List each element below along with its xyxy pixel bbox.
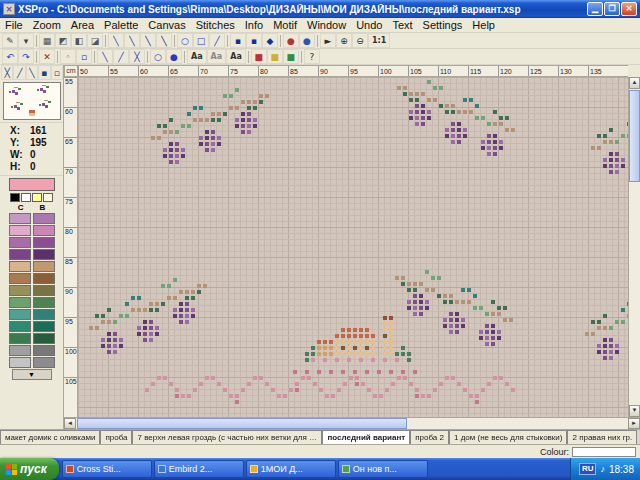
ellipse-outline-icon[interactable]: ○ [150,49,166,64]
palette-swatch[interactable] [9,237,31,248]
taskbar-task-button[interactable]: Cross Sti... [62,460,152,478]
erase-tool-icon[interactable]: ▫ [51,65,63,80]
french-knot-icon[interactable]: ◦ [60,49,76,64]
knot-medium-icon[interactable]: ▪ [246,33,262,48]
palette-swatch[interactable] [33,225,55,236]
palette-swatch[interactable] [33,213,55,224]
menu-window[interactable]: Window [302,19,351,31]
current-colour-swatch[interactable] [9,178,55,191]
diag-line-left-icon[interactable]: ╲ [97,49,113,64]
menu-canvas[interactable]: Canvas [143,19,190,31]
knot-large-icon[interactable]: ◆ [262,33,278,48]
taskbar-task-button[interactable]: 1МОИ Д... [246,460,336,478]
backstitch-medium-icon[interactable]: ╲ [124,33,140,48]
palette-swatch[interactable] [9,261,31,272]
quick-colour-swatch[interactable] [43,193,53,202]
menu-help[interactable]: Help [467,19,500,31]
minimize-button[interactable]: ▁ [587,2,603,16]
rect-tool-icon[interactable]: □ [193,33,209,48]
full-stitch-icon[interactable]: ▦ [39,33,55,48]
backstitch-thick-icon[interactable]: ╲ [140,33,156,48]
quick-colour-swatch[interactable] [32,193,42,202]
palette-swatch[interactable] [33,357,55,368]
palette-swatch[interactable] [9,249,31,260]
sheet-tab[interactable]: 7 верхн левая гроздь (с частью них ветки… [132,430,322,444]
palette-swatch[interactable] [9,297,31,308]
swatch-yellow-icon[interactable]: ■ [267,49,283,64]
scroll-up-icon[interactable]: ▲ [629,77,640,89]
backstitch-bold-icon[interactable]: ╲ [156,33,172,48]
pencil-dropdown-icon[interactable]: ▾ [18,33,34,48]
palette-swatch[interactable] [9,357,31,368]
zoom-out-icon[interactable]: ⊖ [352,33,368,48]
help-icon[interactable]: ? [304,49,320,64]
sheet-tab[interactable]: 2 правая них гр. [567,430,637,444]
palette-swatch[interactable] [9,309,31,320]
palette-swatch[interactable] [33,321,55,332]
menu-motif[interactable]: Motif [268,19,302,31]
maximize-button[interactable]: ❐ [604,2,620,16]
backstitch-thin-icon[interactable]: ╲ [108,33,124,48]
palette-swatch[interactable] [33,297,55,308]
bead-blue-icon[interactable]: ● [299,33,315,48]
line-tool-icon[interactable]: ╱ [209,33,225,48]
close-button[interactable]: ✕ [621,2,637,16]
menu-text[interactable]: Text [387,19,417,31]
redo-icon[interactable]: ↷ [18,49,34,64]
sheet-tab[interactable]: проба 2 [410,430,449,444]
palette-swatch[interactable] [33,345,55,356]
swatch-red-icon[interactable]: ■ [251,49,267,64]
palette-swatch[interactable] [33,273,55,284]
quick-colour-swatch[interactable] [10,193,20,202]
scroll-down-icon[interactable]: ▼ [629,405,640,417]
scroll-right-icon[interactable]: ► [628,418,640,429]
cross-stitch-tool-icon[interactable]: ╳ [1,65,13,80]
ellipse-filled-icon[interactable]: ● [166,49,182,64]
knot-small-icon[interactable]: ▪ [230,33,246,48]
horizontal-scrollbar[interactable]: ◄ ► [64,417,640,429]
bead-red-icon[interactable]: ● [283,33,299,48]
palette-scroll-down-button[interactable]: ▼ [12,369,52,380]
stitch-canvas[interactable] [78,77,628,417]
text-latin-icon[interactable]: Aa [187,49,207,64]
text-small-icon[interactable]: Aa [207,49,227,64]
petite-stitch-icon[interactable]: ▫ [76,49,92,64]
text-cyrillic-icon[interactable]: Аа [226,49,246,64]
design-preview[interactable] [3,82,61,120]
pencil-tool-icon[interactable]: ✎ [2,33,18,48]
menu-zoom[interactable]: Zoom [28,19,66,31]
dot-stitch-tool-icon[interactable]: ▪ [38,65,50,80]
scroll-left-icon[interactable]: ◄ [64,418,76,429]
select-arrow-icon[interactable]: ► [320,33,336,48]
palette-swatch[interactable] [9,321,31,332]
menu-file[interactable]: File [0,19,28,31]
vertical-scroll-thumb[interactable] [629,90,640,182]
menu-info[interactable]: Info [240,19,268,31]
palette-swatch[interactable] [33,333,55,344]
swatch-green-icon[interactable]: ■ [283,49,299,64]
undo-icon[interactable]: ↶ [2,49,18,64]
vertical-scrollbar[interactable]: ▲ ▼ [628,77,640,417]
language-indicator[interactable]: RU [579,463,597,475]
palette-swatch[interactable] [33,237,55,248]
circle-tool-icon[interactable]: ○ [177,33,193,48]
volume-icon[interactable]: ♪ [600,464,605,474]
sheet-tab[interactable]: последний вариант [322,430,410,444]
palette-swatch[interactable] [33,309,55,320]
quick-colour-swatch[interactable] [21,193,31,202]
horizontal-scroll-thumb[interactable] [77,418,407,429]
half-cross-tool-icon[interactable]: ╱ [13,65,25,80]
sheet-tab[interactable]: 1 дом (не весь для стыковки) [449,430,568,444]
palette-swatch[interactable] [9,333,31,344]
palette-swatch[interactable] [9,345,31,356]
menu-stitches[interactable]: Stitches [191,19,240,31]
taskbar-task-button[interactable]: Он нов п... [338,460,428,478]
start-button[interactable]: пуск [0,458,59,480]
half-stitch-icon[interactable]: ◩ [55,33,71,48]
menu-area[interactable]: Area [66,19,99,31]
palette-swatch[interactable] [33,261,55,272]
menu-palette[interactable]: Palette [99,19,143,31]
diag-line-right-icon[interactable]: ╱ [113,49,129,64]
menu-settings[interactable]: Settings [418,19,468,31]
palette-swatch[interactable] [9,225,31,236]
